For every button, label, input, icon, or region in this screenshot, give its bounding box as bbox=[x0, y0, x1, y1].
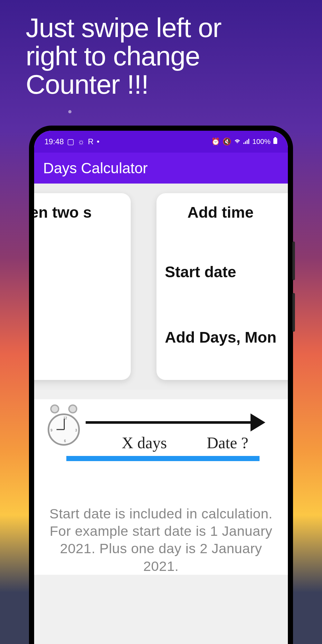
app-bar: Days Calculator bbox=[34, 153, 288, 184]
bell-left-icon bbox=[50, 404, 59, 413]
description-text: Start date is included in calculation. F… bbox=[42, 505, 280, 575]
dot-icon: • bbox=[97, 137, 99, 146]
bell-right-icon bbox=[68, 404, 77, 413]
description-block: Start date is included in calculation. F… bbox=[34, 489, 288, 575]
date-question-label: Date ? bbox=[207, 433, 248, 452]
status-left: 19:48 ▢ ☼ R • bbox=[44, 137, 99, 146]
add-days-label: Add Days, Mon bbox=[156, 281, 288, 346]
phone-frame: 19:48 ▢ ☼ R • ⏰ 🔇 100% bbox=[29, 126, 293, 644]
phone-screen: 19:48 ▢ ☼ R • ⏰ 🔇 100% bbox=[34, 131, 288, 644]
weather-icon: ☼ bbox=[78, 137, 85, 146]
card-right-title: Add time bbox=[156, 193, 288, 221]
alarm-icon: ⏰ bbox=[211, 137, 220, 146]
arrow-line-icon bbox=[86, 421, 253, 424]
main-content[interactable]: een two s Add time Start date Add Days, … bbox=[34, 184, 288, 644]
card-between-dates[interactable]: een two s bbox=[34, 193, 131, 380]
x-days-label: X days bbox=[122, 433, 167, 452]
card-left-title: een two s bbox=[34, 193, 131, 232]
blue-underline bbox=[66, 456, 260, 461]
illustration-panel: 12 3 6 9 X days Date ? bbox=[34, 399, 288, 489]
svg-rect-0 bbox=[243, 143, 244, 144]
start-date-label: Start date bbox=[156, 221, 288, 281]
svg-rect-5 bbox=[273, 138, 277, 144]
clock-icon: 12 3 6 9 bbox=[44, 403, 83, 448]
gallery-icon: ▢ bbox=[67, 137, 74, 146]
status-time: 19:48 bbox=[44, 137, 64, 146]
r-icon: R bbox=[88, 137, 93, 146]
decorative-dot bbox=[68, 110, 71, 113]
status-bar: 19:48 ▢ ☼ R • ⏰ 🔇 100% bbox=[34, 131, 288, 153]
clock-face-icon: 12 3 6 9 bbox=[48, 413, 80, 446]
phone-side-button bbox=[292, 293, 295, 332]
promo-headline: Just swipe left or right to change Count… bbox=[26, 14, 222, 99]
wifi-icon bbox=[234, 137, 241, 146]
phone-side-button bbox=[292, 242, 295, 280]
svg-rect-3 bbox=[248, 139, 249, 144]
swipe-cards-row[interactable]: een two s Add time Start date Add Days, … bbox=[34, 184, 288, 390]
arrow-head-icon bbox=[251, 413, 265, 431]
svg-rect-1 bbox=[245, 141, 246, 144]
svg-rect-2 bbox=[247, 140, 248, 144]
battery-icon bbox=[273, 137, 278, 146]
signal-icon bbox=[243, 137, 250, 146]
svg-rect-4 bbox=[274, 137, 276, 138]
mute-icon: 🔇 bbox=[223, 137, 231, 146]
status-right: ⏰ 🔇 100% bbox=[211, 137, 278, 146]
card-add-time[interactable]: Add time Start date Add Days, Mon bbox=[156, 193, 288, 380]
app-title: Days Calculator bbox=[43, 159, 148, 177]
battery-percent: 100% bbox=[252, 137, 270, 146]
